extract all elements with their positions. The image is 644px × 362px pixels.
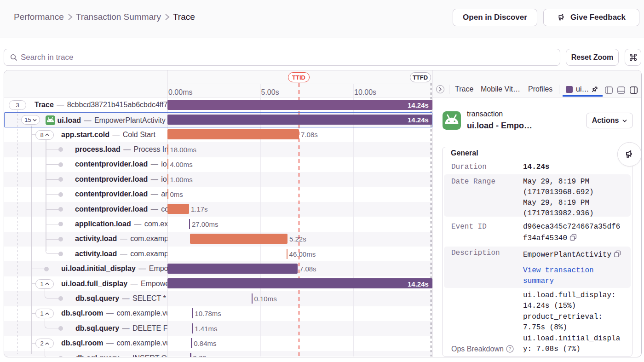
- svg-text:?: ?: [509, 346, 512, 351]
